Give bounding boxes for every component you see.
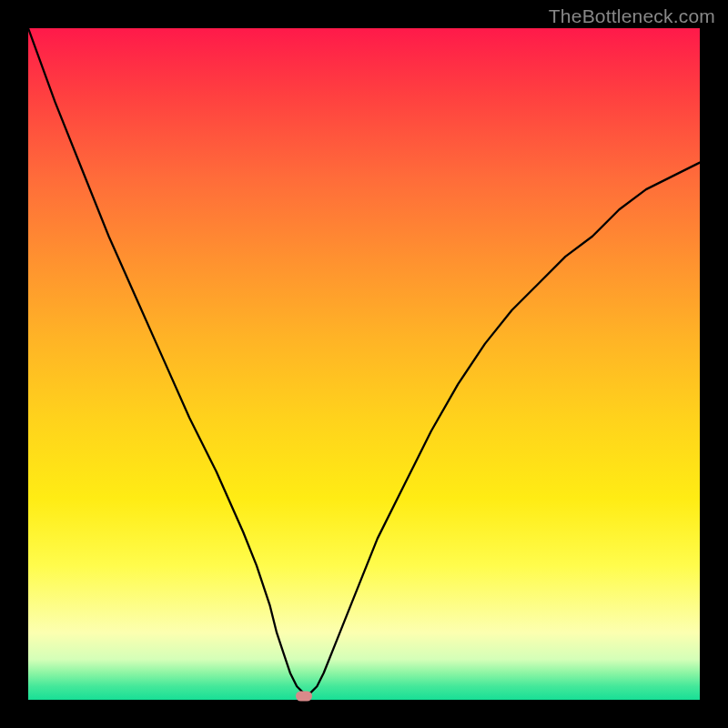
optimal-point-marker bbox=[296, 692, 312, 702]
watermark-text: TheBottleneck.com bbox=[549, 5, 715, 27]
bottleneck-curve bbox=[28, 28, 700, 700]
